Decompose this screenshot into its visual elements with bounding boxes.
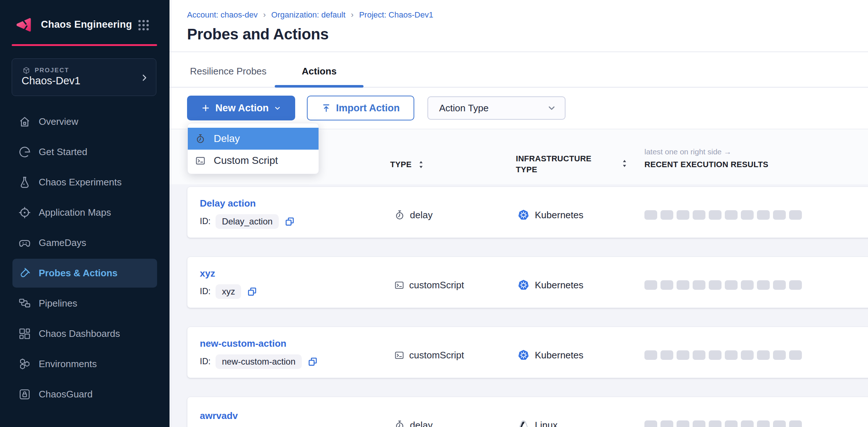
action-id-value: new-custom-action <box>216 354 301 369</box>
chaos-engineering-logo-icon <box>13 15 34 35</box>
action-type-select[interactable]: Action Type <box>427 96 566 120</box>
action-id-value: Delay_action <box>216 214 279 229</box>
menu-item-delay[interactable]: Delay <box>188 128 319 150</box>
upload-icon <box>321 103 331 113</box>
menu-item-custom-script[interactable]: Custom Script <box>188 150 319 172</box>
breadcrumb: Account: chaos-dev › Organization: defau… <box>187 10 433 20</box>
copy-icon[interactable] <box>247 286 257 297</box>
sidebar-item-chaos-dashboards[interactable]: Chaos Dashboards <box>0 319 170 349</box>
title-divider <box>170 51 868 52</box>
target-icon <box>18 206 31 219</box>
column-header-type-label: TYPE <box>390 160 412 169</box>
breadcrumb-organization-link[interactable]: Organization: default <box>271 10 346 20</box>
import-action-button[interactable]: Import Action <box>307 96 414 120</box>
id-label: ID: <box>200 357 210 366</box>
infrastructure-cell: Kubernetes <box>517 349 583 361</box>
execution-result-slot <box>660 420 673 427</box>
sidebar-item-label: Environments <box>39 358 97 370</box>
chevron-down-icon <box>547 104 556 112</box>
infrastructure-value: Linux <box>535 420 557 427</box>
execution-result-slot <box>693 280 705 290</box>
sidebar-item-application-maps[interactable]: Application Maps <box>0 197 170 228</box>
sidebar-item-pipelines[interactable]: Pipelines <box>0 288 170 319</box>
execution-result-slot <box>677 280 689 290</box>
action-type-value: customScript <box>409 350 464 361</box>
column-header-type: TYPE <box>390 160 424 169</box>
action-id-row: ID: new-custom-action <box>200 354 318 369</box>
sidebar-item-environments[interactable]: Environments <box>0 349 170 379</box>
sidebar-item-label: Chaos Dashboards <box>39 328 120 339</box>
action-name-cell: xyz ID: xyz <box>200 268 257 299</box>
terminal-icon <box>195 155 206 166</box>
execution-result-slot <box>644 210 657 220</box>
infrastructure-value: Kubernetes <box>535 280 583 291</box>
execution-result-slot <box>757 350 770 360</box>
new-action-button[interactable]: New Action <box>187 96 295 120</box>
sidebar-item-overview[interactable]: Overview <box>0 107 170 137</box>
action-name-link[interactable]: Delay action <box>200 198 256 209</box>
execution-result-slot <box>757 280 770 290</box>
infrastructure-cell: Kubernetes <box>517 209 583 221</box>
action-type-value: delay <box>410 420 433 427</box>
kubernetes-icon <box>517 209 530 221</box>
sidebar-header: Chaos Engineering <box>0 0 170 44</box>
copy-icon[interactable] <box>308 357 318 367</box>
breadcrumb-project-link[interactable]: Project: Chaos-Dev1 <box>359 10 433 20</box>
breadcrumb-account-link[interactable]: Account: chaos-dev <box>187 10 258 20</box>
menu-item-label: Custom Script <box>214 155 278 166</box>
action-name-link[interactable]: awrvadv <box>200 410 238 422</box>
action-name-cell: Delay action ID: Delay_action <box>200 198 295 229</box>
execution-result-slot <box>725 280 738 290</box>
project-selector[interactable]: PROJECT Chaos-Dev1 <box>12 58 156 96</box>
execution-result-slot <box>677 210 689 220</box>
chevron-right-icon <box>140 73 149 82</box>
recent-execution-results <box>644 350 802 360</box>
menu-item-label: Delay <box>214 133 240 145</box>
sort-icon[interactable] <box>418 160 424 169</box>
execution-result-slot <box>789 280 802 290</box>
execution-result-slot <box>773 280 786 290</box>
execution-result-slot <box>789 350 802 360</box>
recent-execution-results <box>644 280 802 290</box>
sidebar-item-chaos-experiments[interactable]: Chaos Experiments <box>0 167 170 197</box>
action-id-row: ID: Delay_action <box>200 214 295 229</box>
execution-result-slot <box>725 420 738 427</box>
execution-result-slot <box>693 210 705 220</box>
actions-table-body: Delay action ID: Delay_action delay Kube… <box>170 184 868 427</box>
action-name-link[interactable]: new-custom-action <box>200 338 286 349</box>
breadcrumb-separator: › <box>351 10 354 20</box>
execution-result-slot <box>677 350 689 360</box>
sort-icon[interactable] <box>622 159 627 168</box>
action-type-select-value: Action Type <box>439 103 488 114</box>
execution-result-slot <box>709 420 722 427</box>
sidebar-item-gamedays[interactable]: GameDays <box>0 228 170 258</box>
execution-result-slot <box>644 280 657 290</box>
main-content: Account: chaos-dev › Organization: defau… <box>170 0 868 427</box>
home-icon <box>18 115 31 128</box>
action-name-link[interactable]: xyz <box>200 268 215 279</box>
execution-result-slot <box>709 350 722 360</box>
execution-result-slot <box>660 350 673 360</box>
table-row: Delay action ID: Delay_action delay Kube… <box>187 186 868 238</box>
execution-result-slot <box>644 350 657 360</box>
execution-result-slot <box>660 280 673 290</box>
sidebar-item-chaosguard[interactable]: ChaosGuard <box>0 379 170 409</box>
action-type-cell: customScript <box>394 280 464 291</box>
module-grid-icon[interactable] <box>137 18 151 32</box>
terminal-icon <box>394 350 404 360</box>
infrastructure-value: Kubernetes <box>535 209 583 221</box>
tab-resilience-probes[interactable]: Resilience Probes <box>190 66 267 77</box>
results-order-hint: latest one on right side → <box>644 147 731 156</box>
stopwatch-icon <box>394 420 405 427</box>
sidebar: Chaos Engineering PROJECT Chaos-Dev1 Ove… <box>0 0 170 427</box>
id-label: ID: <box>200 286 210 296</box>
copy-icon[interactable] <box>285 216 295 227</box>
sidebar-item-probes-and-actions[interactable]: Probes & Actions <box>12 259 157 288</box>
action-type-value: delay <box>410 209 433 221</box>
sidebar-item-label: Get Started <box>39 146 87 158</box>
execution-result-slot <box>709 280 722 290</box>
tab-actions[interactable]: Actions <box>302 66 336 77</box>
execution-result-slot <box>789 420 802 427</box>
sidebar-item-get-started[interactable]: Get Started <box>0 137 170 167</box>
execution-result-slot <box>677 420 689 427</box>
